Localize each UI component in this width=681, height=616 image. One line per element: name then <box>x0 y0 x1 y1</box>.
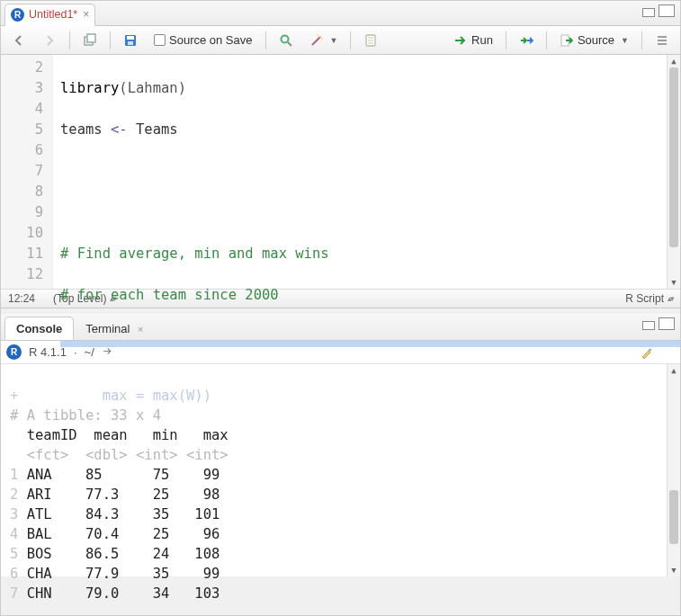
rerun-button[interactable] <box>514 31 539 49</box>
line-number: 10 <box>1 223 43 244</box>
console-cell: 70.4 <box>85 526 119 542</box>
source-button-label: Source <box>578 33 614 47</box>
clear-console-icon[interactable] <box>640 345 654 360</box>
svg-rect-4 <box>128 41 133 45</box>
arrow-right-green-icon <box>453 33 468 48</box>
maximize-pane-icon[interactable] <box>659 4 675 17</box>
console-scrollbar[interactable]: ▲ ▼ <box>667 364 680 576</box>
scroll-down-icon[interactable]: ▼ <box>668 276 680 289</box>
find-button[interactable] <box>273 31 299 49</box>
console-cell: 34 <box>153 585 170 602</box>
forward-nav-button[interactable] <box>37 31 62 49</box>
source-doc-icon <box>560 33 574 48</box>
console-cell: 101 <box>194 506 220 522</box>
console-line: + <box>10 388 18 404</box>
console-cell: 77.3 <box>85 487 119 503</box>
file-tab-untitled1[interactable]: R Untitled1* × <box>4 4 95 26</box>
line-number: 11 <box>1 244 43 264</box>
console-cell: 103 <box>194 585 220 602</box>
console-line: # A tibble: 33 x 4 <box>10 407 161 424</box>
console-cell: 35 <box>153 506 170 522</box>
minimize-pane-icon[interactable] <box>642 8 655 17</box>
editor-content[interactable]: library(Lahman) teams <- Teams # Find av… <box>53 55 680 289</box>
line-number: 9 <box>1 202 43 223</box>
close-icon[interactable]: × <box>138 324 143 335</box>
svg-rect-1 <box>87 34 95 42</box>
source-tabstrip: R Untitled1* × <box>1 1 680 26</box>
tab-terminal[interactable]: Terminal × <box>74 317 155 340</box>
console-cell: 84.3 <box>85 506 119 522</box>
scroll-up-icon[interactable]: ▲ <box>668 55 680 67</box>
code-token: (Lahman) <box>119 80 186 96</box>
console-cell: BOS <box>27 546 52 562</box>
svg-line-7 <box>312 37 320 45</box>
back-nav-button[interactable] <box>6 31 31 49</box>
close-tab-icon[interactable]: × <box>83 8 89 21</box>
line-number: 3 <box>1 78 43 99</box>
line-number: 6 <box>1 140 43 161</box>
svg-rect-3 <box>127 36 134 40</box>
line-number: 7 <box>1 161 43 182</box>
tab-label: Terminal <box>85 322 130 335</box>
rerun-icon <box>519 33 533 48</box>
code-token: library <box>60 80 119 96</box>
code-comment: # Find average, min and max wins <box>60 246 329 262</box>
scroll-up-icon[interactable]: ▲ <box>668 364 680 377</box>
console-types-row: <fct> <dbl> <int> <int> <box>10 447 228 463</box>
scroll-down-icon[interactable]: ▼ <box>668 564 680 576</box>
r-logo-icon: R <box>6 344 22 360</box>
console-output[interactable]: + max = max(W)) # A tibble: 33 x 4 teamI… <box>1 364 680 576</box>
floppy-disk-icon <box>123 33 138 48</box>
console-cell: 79.0 <box>85 585 119 602</box>
scroll-thumb[interactable] <box>669 67 678 247</box>
console-cell: ATL <box>27 506 52 522</box>
run-button[interactable]: Run <box>448 31 498 49</box>
pane-window-controls <box>642 4 675 17</box>
line-number: 2 <box>1 58 43 78</box>
console-cell: 25 <box>153 526 170 542</box>
console-rownum: 2 <box>10 487 18 503</box>
svg-point-5 <box>281 35 288 42</box>
scroll-thumb[interactable] <box>669 490 678 544</box>
svg-point-10 <box>321 38 323 40</box>
console-line: max = max(W)) <box>18 388 211 404</box>
console-cell: 99 <box>194 566 220 582</box>
source-on-save-toggle[interactable]: Source on Save <box>148 31 258 49</box>
arrow-right-icon <box>42 33 57 48</box>
code-editor[interactable]: 2 3 4 5 6 7 8 9 10 11 12 library(Lahman)… <box>1 55 680 289</box>
console-cell: 75 <box>153 467 170 483</box>
console-cell: CHA <box>27 566 52 582</box>
code-comment: # for each team since 2000 <box>60 287 279 303</box>
popout-icon <box>83 33 97 48</box>
maximize-pane-icon[interactable] <box>659 317 675 330</box>
console-rownum: 3 <box>10 506 18 522</box>
show-in-new-window-button[interactable] <box>77 31 103 49</box>
svg-line-6 <box>288 42 291 46</box>
save-button[interactable] <box>118 31 143 49</box>
run-button-label: Run <box>471 33 493 47</box>
tab-label: Console <box>16 322 62 335</box>
console-cell: BAL <box>27 526 52 542</box>
compile-report-button[interactable] <box>358 31 383 49</box>
code-token: teams <box>60 121 111 138</box>
list-icon <box>655 33 669 48</box>
line-number: 4 <box>1 99 43 120</box>
pane-window-controls <box>642 317 675 330</box>
notebook-icon <box>363 33 378 48</box>
console-rownum: 5 <box>10 546 18 562</box>
minimize-pane-icon[interactable] <box>642 321 655 330</box>
outline-button[interactable] <box>650 31 675 49</box>
wand-icon <box>309 33 324 48</box>
code-tools-button[interactable]: ▼ <box>304 31 344 49</box>
line-number: 5 <box>1 120 43 140</box>
source-button[interactable]: Source ▼ <box>554 31 634 49</box>
code-token: Teams <box>128 121 178 138</box>
console-cell: 98 <box>194 487 220 503</box>
console-rownum: 1 <box>10 467 18 483</box>
editor-scrollbar[interactable]: ▲ ▼ <box>667 55 680 289</box>
cursor-position: 12:24 <box>8 292 35 305</box>
console-cell: 108 <box>194 546 220 562</box>
arrow-left-icon <box>12 33 26 48</box>
file-tab-label: Untitled1* <box>29 8 77 21</box>
tab-console[interactable]: Console <box>4 317 74 340</box>
